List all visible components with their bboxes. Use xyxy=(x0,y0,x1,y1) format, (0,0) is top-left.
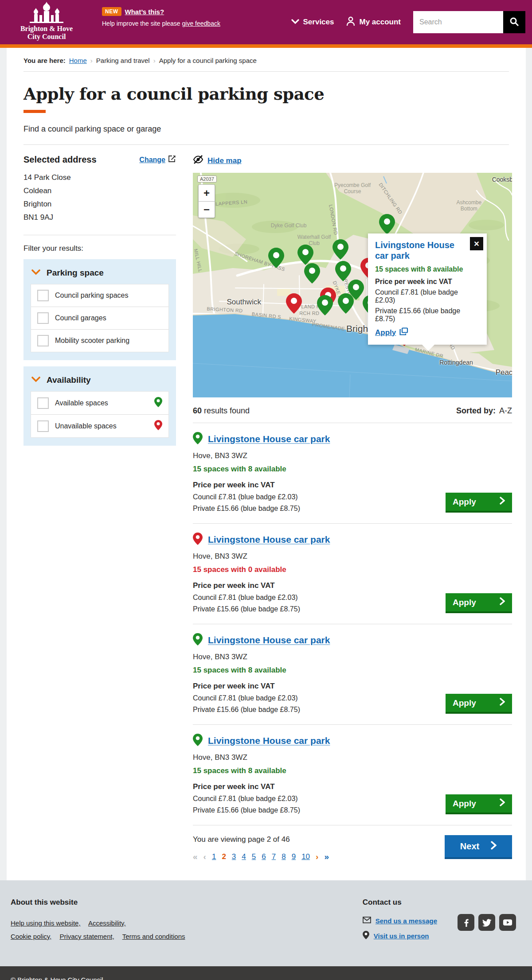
give-feedback-link[interactable]: give feedback xyxy=(182,20,220,27)
green-map-pin[interactable] xyxy=(268,248,284,268)
footer-link-cookie-policy[interactable]: Cookie policy, xyxy=(11,933,51,940)
copyright-text: © Brighton & Hove City Council xyxy=(11,976,103,980)
green-map-pin[interactable] xyxy=(304,263,320,284)
checkbox[interactable] xyxy=(37,397,49,409)
results-summary: 60 results found Sorted by:A-Z xyxy=(193,406,512,416)
edit-icon xyxy=(168,155,176,164)
popup-apply-link[interactable]: Apply xyxy=(375,327,408,338)
breadcrumb-home-link[interactable]: Home xyxy=(69,57,87,64)
page-number-5[interactable]: 5 xyxy=(252,852,256,861)
filter-group-title: Availability xyxy=(47,375,91,385)
red-map-pin[interactable] xyxy=(286,293,302,314)
filter-group-parking-space: Parking space Council parking spaces Cou… xyxy=(23,259,176,360)
apply-button[interactable]: Apply xyxy=(446,694,512,714)
change-address-link[interactable]: Change xyxy=(139,155,176,164)
footer-link-terms[interactable]: Terms and conditions xyxy=(122,933,185,940)
facebook-icon[interactable] xyxy=(458,914,474,931)
apply-button[interactable]: Apply xyxy=(446,593,512,613)
apply-button[interactable]: Apply xyxy=(446,794,512,814)
search-input[interactable] xyxy=(413,11,503,33)
map-canvas[interactable]: Pyecombe Golf CourseCLAPPERS LNDyke Golf… xyxy=(193,173,512,397)
carpark-link[interactable]: Livingstone House car park xyxy=(208,635,330,646)
filter-option-unavailable-spaces[interactable]: Unavailable spaces xyxy=(31,415,168,437)
carpark-link[interactable]: Livingstone House car park xyxy=(208,735,330,746)
carpark-location: Hove, BN3 3WZ xyxy=(193,451,446,460)
carpark-link[interactable]: Livingstone House car park xyxy=(208,534,330,545)
green-map-pin[interactable] xyxy=(332,239,348,260)
zoom-in-button[interactable]: + xyxy=(198,184,215,201)
hide-map-link[interactable]: Hide map xyxy=(193,155,242,167)
apply-button-label: Apply xyxy=(453,598,476,607)
council-price: Council £7.81 (blue badge £2.03) xyxy=(193,493,446,501)
price-heading: Price per week inc VAT xyxy=(193,682,446,691)
page-number-7[interactable]: 7 xyxy=(272,852,276,861)
green-pin-icon xyxy=(193,432,203,446)
popup-carpark-link[interactable]: Livingstone House car park xyxy=(375,240,459,261)
my-account-menu[interactable]: My account xyxy=(346,16,401,28)
footer-link-accessibility[interactable]: Accessibility, xyxy=(88,919,126,927)
send-message-link[interactable]: Send us a message xyxy=(363,917,437,925)
accent-bar xyxy=(0,44,532,48)
green-map-pin[interactable] xyxy=(338,293,354,314)
youtube-icon[interactable] xyxy=(499,914,516,931)
filter-group-header[interactable]: Availability xyxy=(31,375,169,385)
page-number-9[interactable]: 9 xyxy=(292,852,296,861)
map-popup: ✕ Livingstone House car park 15 spaces w… xyxy=(368,233,487,345)
apply-button-label: Apply xyxy=(453,799,476,809)
carpark-link[interactable]: Livingstone House car park xyxy=(208,434,330,444)
zoom-out-button[interactable]: − xyxy=(198,201,215,218)
first-page-arrow[interactable]: « xyxy=(193,852,198,862)
services-menu[interactable]: Services xyxy=(291,18,334,27)
filter-option-council-garages[interactable]: Council garages xyxy=(31,307,168,330)
page-number-6[interactable]: 6 xyxy=(262,852,266,861)
filter-option-available-spaces[interactable]: Available spaces xyxy=(31,392,168,415)
filter-option-mobility-scooter-parking[interactable]: Mobility scooter parking xyxy=(31,330,168,352)
checkbox[interactable] xyxy=(37,335,49,346)
next-button[interactable]: Next xyxy=(445,835,512,859)
page-number-8[interactable]: 8 xyxy=(282,852,286,861)
apply-button-label: Apply xyxy=(453,698,476,708)
filters-sidebar: Selected address Change 14 Park Close Co… xyxy=(23,155,176,862)
page-number-10[interactable]: 10 xyxy=(301,852,310,861)
prev-page-arrow[interactable]: ‹ xyxy=(203,852,206,862)
green-map-pin[interactable] xyxy=(379,214,395,234)
page-number-1[interactable]: 1 xyxy=(212,852,216,861)
last-page-arrow[interactable]: » xyxy=(324,852,329,862)
contact-heading: Contact us xyxy=(363,898,437,907)
popup-close-button[interactable]: ✕ xyxy=(470,237,483,250)
my-account-label: My account xyxy=(359,18,401,27)
sorted-by-label: Sorted by: xyxy=(456,406,496,415)
result-card: Livingstone House car park Hove, BN3 3WZ… xyxy=(193,524,512,624)
logo-text-line2: City Council xyxy=(13,33,80,41)
page-number-3[interactable]: 3 xyxy=(232,852,236,861)
carpark-location: Hove, BN3 3WZ xyxy=(193,552,446,561)
visit-in-person-link[interactable]: Visit us in person xyxy=(363,931,437,941)
checkbox[interactable] xyxy=(37,420,49,432)
breadcrumb-prefix: You are here: xyxy=(23,57,66,64)
apply-button[interactable]: Apply xyxy=(446,493,512,513)
green-map-pin[interactable] xyxy=(335,261,351,281)
breadcrumb-item: Apply for a council parking space xyxy=(159,57,257,64)
checkbox[interactable] xyxy=(37,290,49,301)
page-number-4[interactable]: 4 xyxy=(242,852,246,861)
filter-caption: Filter your results: xyxy=(23,244,176,253)
map-zoom-controls: + − xyxy=(198,184,215,218)
council-logo[interactable]: Brighton & Hove City Council xyxy=(13,2,80,41)
next-page-arrow[interactable]: › xyxy=(316,852,318,862)
whats-this-link[interactable]: What’s this? xyxy=(125,8,164,16)
visit-in-person-label: Visit us in person xyxy=(374,932,429,940)
filter-group-header[interactable]: Parking space xyxy=(31,268,169,278)
search-button[interactable] xyxy=(503,11,525,33)
address-line: 14 Park Close xyxy=(23,171,176,184)
council-price: Council £7.81 (blue badge £2.03) xyxy=(193,795,446,803)
footer-contact: Contact us Send us a message Visit us in… xyxy=(363,898,437,947)
footer-link-privacy[interactable]: Privacy statement, xyxy=(59,933,114,940)
twitter-icon[interactable] xyxy=(478,914,495,931)
page-number-2[interactable]: 2 xyxy=(222,852,226,861)
filter-option-council-parking-spaces[interactable]: Council parking spaces xyxy=(31,284,168,307)
green-map-pin[interactable] xyxy=(317,295,333,315)
footer-link-help[interactable]: Help using this website, xyxy=(11,919,81,927)
green-map-pin[interactable] xyxy=(297,245,313,265)
checkbox[interactable] xyxy=(37,312,49,324)
popup-private-price: Private £15.66 (blue badge £8.75) xyxy=(375,307,480,323)
